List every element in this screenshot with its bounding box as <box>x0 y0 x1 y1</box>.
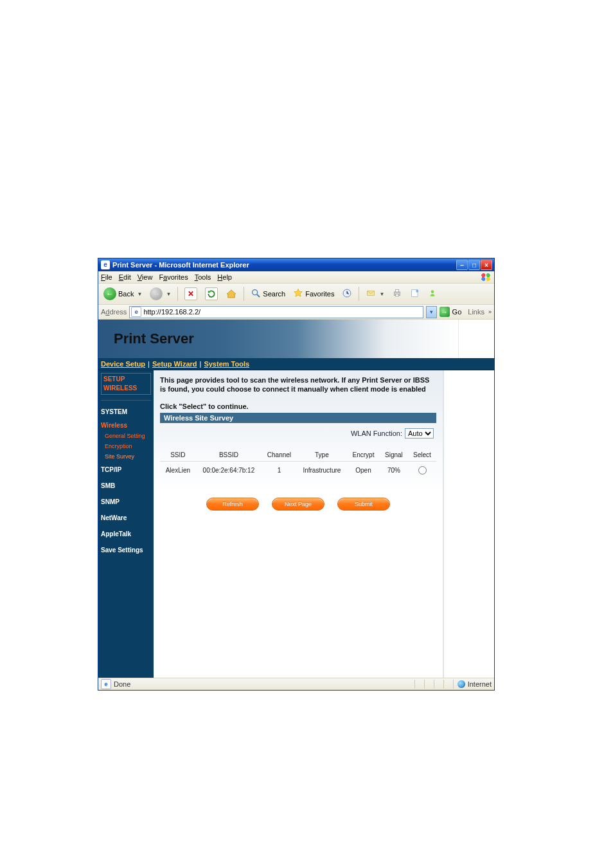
wlan-function-row: WLAN Function: Auto <box>160 423 436 444</box>
th-encrypt: Encrypt <box>347 449 380 462</box>
table-row: AlexLien 00:0e:2e:64:7b:12 1 Infrastruct… <box>160 462 436 479</box>
sidebar-item-smb[interactable]: SMB <box>101 480 151 492</box>
address-bar: Address e http://192.168.2.2/ ▾ → Go Lin… <box>98 305 494 320</box>
th-ssid: SSID <box>160 449 196 462</box>
stop-icon: ✕ <box>184 287 197 300</box>
chevron-right-icon: » <box>488 309 492 315</box>
tab-device-setup[interactable]: Device Setup <box>101 360 145 368</box>
home-button[interactable] <box>223 287 240 301</box>
printer-icon <box>392 288 402 300</box>
history-button[interactable] <box>339 287 355 301</box>
sidebar-item-appletalk[interactable]: AppleTalk <box>101 528 151 540</box>
menu-file[interactable]: File <box>101 273 112 281</box>
status-cell <box>443 680 453 689</box>
svg-rect-6 <box>396 294 399 296</box>
menu-edit[interactable]: Edit <box>119 273 131 281</box>
status-cell <box>434 680 443 689</box>
edit-icon <box>410 288 420 300</box>
forward-button[interactable]: → ▼ <box>147 286 173 302</box>
cell-channel: 1 <box>262 462 296 479</box>
menubar: File Edit View Favorites Tools Help <box>98 271 494 284</box>
sidebar-item-general-setting[interactable]: General Setting <box>101 433 151 439</box>
cell-type: Infrastructure <box>297 462 347 479</box>
window-title: Print Server - Microsoft Internet Explor… <box>112 261 249 269</box>
tab-setup-wizard[interactable]: Setup Wizard <box>152 360 197 368</box>
links-label[interactable]: Links <box>468 308 484 316</box>
back-label: Back <box>118 290 134 298</box>
titlebar: e Print Server - Microsoft Internet Expl… <box>98 258 494 271</box>
submit-button[interactable]: Submit <box>337 498 390 511</box>
sidebar-item-encryption[interactable]: Encryption <box>101 443 151 449</box>
status-bar: e Done Internet <box>98 678 494 690</box>
edit-button[interactable] <box>407 287 423 301</box>
browser-window: e Print Server - Microsoft Internet Expl… <box>98 258 495 691</box>
tab-system-tools[interactable]: System Tools <box>204 360 249 368</box>
svg-point-8 <box>416 290 419 293</box>
sidebar-item-tcpip[interactable]: TCP/IP <box>101 464 151 476</box>
maximize-button[interactable]: □ <box>468 260 480 270</box>
chevron-down-icon: ▼ <box>137 291 142 297</box>
address-input[interactable]: e http://192.168.2.2/ <box>129 306 423 318</box>
menu-view[interactable]: View <box>138 273 153 281</box>
th-channel: Channel <box>262 449 296 462</box>
globe-icon <box>458 680 465 688</box>
sidebar-item-site-survey[interactable]: Site Survey <box>101 453 151 460</box>
home-icon <box>226 288 237 300</box>
back-button[interactable]: ← Back ▼ <box>101 286 145 302</box>
page-icon: e <box>101 679 111 689</box>
print-button[interactable] <box>389 287 405 301</box>
ie-icon: e <box>101 260 110 269</box>
menu-favorites[interactable]: Favorites <box>159 273 188 281</box>
sidebar-item-system[interactable]: SYSTEM <box>101 406 151 418</box>
star-icon <box>293 288 303 300</box>
search-icon <box>251 288 261 300</box>
mail-button[interactable]: ▼ <box>363 287 387 301</box>
survey-table: SSID BSSID Channel Type Encrypt Signal S… <box>160 449 436 478</box>
forward-arrow-icon: → <box>150 287 163 300</box>
svg-point-9 <box>431 290 434 293</box>
sidebar: SETUP WIRELESS SYSTEM Wireless General S… <box>98 370 154 678</box>
banner: Print Server <box>98 320 458 358</box>
refresh-button[interactable] <box>202 286 220 302</box>
chevron-down-icon: ▼ <box>166 291 171 297</box>
minimize-button[interactable]: – <box>456 260 468 270</box>
search-button[interactable]: Search <box>248 287 288 301</box>
messenger-icon <box>428 289 437 299</box>
go-label: Go <box>452 308 462 316</box>
cell-signal: 70% <box>380 462 408 479</box>
menu-help[interactable]: Help <box>217 273 232 281</box>
address-dropdown-button[interactable]: ▾ <box>426 306 437 318</box>
toolbar-separator <box>177 287 178 301</box>
sidebar-item-netware[interactable]: NetWare <box>101 512 151 524</box>
top-tabs: Device Setup | Setup Wizard | System Too… <box>98 358 494 370</box>
tab-separator: | <box>200 360 202 368</box>
windows-flag-icon <box>480 273 492 282</box>
zone-label: Internet <box>468 680 492 688</box>
page-hint: Click "Select" to continue. <box>160 402 436 410</box>
select-radio[interactable] <box>418 466 427 475</box>
wlan-function-select[interactable]: Auto <box>405 428 434 439</box>
refresh-button[interactable]: Refresh <box>206 498 259 511</box>
security-zone: Internet <box>453 680 492 689</box>
back-arrow-icon: ← <box>103 287 116 300</box>
right-gutter <box>444 370 494 678</box>
go-button[interactable]: → <box>440 307 450 317</box>
svg-point-0 <box>253 290 258 295</box>
messenger-button[interactable] <box>425 287 440 300</box>
th-signal: Signal <box>380 449 408 462</box>
th-bssid: BSSID <box>196 449 262 462</box>
favorites-button[interactable]: Favorites <box>290 287 337 301</box>
sidebar-item-snmp[interactable]: SNMP <box>101 496 151 508</box>
status-cell <box>414 680 424 689</box>
page-content: Print Server Device Setup | Setup Wizard… <box>98 320 494 678</box>
close-button[interactable]: × <box>481 260 492 270</box>
sidebar-item-wireless[interactable]: Wireless <box>101 422 151 429</box>
toolbar-separator <box>244 287 244 301</box>
toolbar: ← Back ▼ → ▼ ✕ Search <box>98 284 494 305</box>
cell-bssid: 00:0e:2e:64:7b:12 <box>196 462 262 479</box>
stop-button[interactable]: ✕ <box>182 286 200 302</box>
sidebar-item-save-settings[interactable]: Save Settings <box>101 544 151 556</box>
next-page-button[interactable]: Next Page <box>272 498 324 511</box>
sidebar-header-setup: SETUP WIRELESS <box>101 373 151 395</box>
menu-tools[interactable]: Tools <box>195 273 211 281</box>
